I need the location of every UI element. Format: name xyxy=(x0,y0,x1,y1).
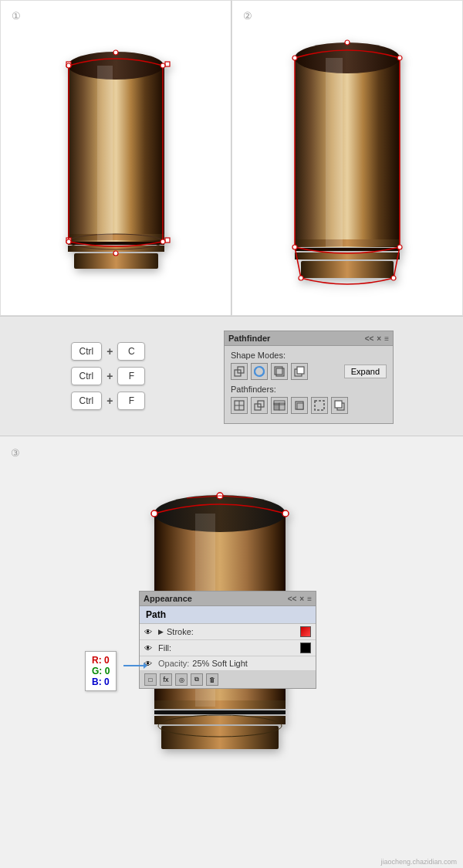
opacity-value[interactable]: 25% Soft Light xyxy=(192,659,248,668)
watermark: jiaocheng.chazidian.com xyxy=(380,858,457,866)
minus-front-icon[interactable] xyxy=(291,363,308,380)
cylinder-2-svg xyxy=(286,31,409,286)
key-row-1: Ctrl + C xyxy=(71,342,146,361)
pathfinders-label: Pathfinders: xyxy=(231,385,387,394)
unite-icon[interactable] xyxy=(231,363,248,380)
opacity-row: 👁 Opacity: 25% Soft Light xyxy=(140,656,316,671)
appearance-close-icon[interactable]: × xyxy=(299,595,304,603)
step-1-number: ① xyxy=(12,10,21,22)
svg-point-37 xyxy=(391,276,396,280)
outline-icon[interactable] xyxy=(311,397,328,414)
appearance-panel: Appearance << × ≡ Path 👁 ▶ Stroke: xyxy=(139,591,316,689)
appearance-collapse-icon[interactable]: << xyxy=(288,595,297,603)
shape-modes-label: Shape Modes: xyxy=(231,351,387,360)
fill-visibility-icon[interactable]: 👁 xyxy=(144,644,155,652)
svg-point-16 xyxy=(161,63,165,68)
svg-rect-25 xyxy=(301,261,394,278)
svg-rect-65 xyxy=(161,726,279,749)
svg-rect-7 xyxy=(97,66,113,242)
key-f-1: F xyxy=(117,367,145,385)
duplicate-button[interactable]: ⧉ xyxy=(191,673,203,686)
svg-line-29 xyxy=(295,247,301,278)
rgb-arrow xyxy=(123,665,147,666)
svg-rect-11 xyxy=(165,238,170,242)
svg-rect-53 xyxy=(279,403,285,410)
shape-modes-row: Expand xyxy=(231,363,387,380)
merge-icon[interactable] xyxy=(271,397,288,414)
expand-button[interactable]: Expand xyxy=(344,364,387,378)
svg-rect-46 xyxy=(297,367,304,374)
top-section: ① xyxy=(0,0,463,317)
appearance-titlebar: Appearance << × ≡ xyxy=(140,592,316,606)
svg-line-30 xyxy=(394,247,400,278)
svg-rect-62 xyxy=(154,700,286,709)
trim-icon[interactable] xyxy=(251,397,268,414)
pathfinder-menu-icon[interactable]: ≡ xyxy=(384,334,389,343)
plus-2: + xyxy=(106,370,113,382)
titlebar-controls: << × ≡ xyxy=(365,334,389,343)
pathfinder-title: Pathfinder xyxy=(228,334,270,343)
appearance-menu-icon[interactable]: ≡ xyxy=(307,595,312,603)
step-2-number: ② xyxy=(243,10,252,22)
divide-icon[interactable] xyxy=(231,397,248,414)
appearance-toolbar: □ fx ◎ ⧉ 🗑 xyxy=(140,671,316,688)
key-ctrl-2: Ctrl xyxy=(71,367,103,385)
appearance-path-row: Path xyxy=(140,606,316,624)
svg-rect-9 xyxy=(165,62,170,66)
svg-rect-64 xyxy=(154,716,286,724)
stroke-row[interactable]: 👁 ▶ Stroke: xyxy=(140,624,316,640)
key-row-2: Ctrl + F xyxy=(71,367,146,385)
pathfinder-close-icon[interactable]: × xyxy=(377,334,381,343)
key-ctrl-3: Ctrl xyxy=(71,392,103,410)
svg-point-33 xyxy=(397,56,402,60)
svg-rect-59 xyxy=(335,401,342,408)
svg-point-34 xyxy=(292,245,297,249)
key-ctrl-1: Ctrl xyxy=(71,342,103,361)
svg-rect-56 xyxy=(297,403,303,409)
delete-button[interactable]: 🗑 xyxy=(206,673,218,686)
rgb-g-value: G: 0 xyxy=(92,666,110,676)
svg-point-35 xyxy=(397,245,402,249)
fill-row[interactable]: 👁 Fill: xyxy=(140,640,316,656)
appearance-titlebar-controls: << × ≡ xyxy=(288,595,312,603)
svg-rect-2 xyxy=(68,234,164,240)
svg-point-15 xyxy=(66,63,71,68)
stroke-visibility-icon[interactable]: 👁 xyxy=(144,628,155,636)
key-c: C xyxy=(117,342,145,361)
appearance-body: Path 👁 ▶ Stroke: 👁 Fill: 👁 xyxy=(140,606,316,688)
keyboard-area: Ctrl + C Ctrl + F Ctrl + F xyxy=(0,317,216,436)
new-art-button[interactable]: ◎ xyxy=(175,673,188,686)
svg-point-1 xyxy=(68,52,164,80)
exclude-icon[interactable] xyxy=(271,363,288,380)
svg-point-61 xyxy=(154,495,286,532)
appearance-title: Appearance xyxy=(144,594,192,603)
minus-back-icon[interactable] xyxy=(331,397,348,414)
pathfinder-body: Shape Modes: xyxy=(225,346,393,423)
plus-3: + xyxy=(106,395,113,407)
path-label: Path xyxy=(146,609,166,620)
svg-rect-63 xyxy=(154,710,286,714)
cylinder-1-container xyxy=(1,1,231,315)
svg-rect-26 xyxy=(326,58,343,247)
rgb-tooltip: R: 0 G: 0 B: 0 xyxy=(85,651,117,691)
opacity-label: Opacity: xyxy=(158,659,189,668)
intersect-icon[interactable] xyxy=(251,363,268,380)
fill-swatch[interactable] xyxy=(300,643,311,653)
add-new-stroke-button[interactable]: □ xyxy=(144,673,157,686)
bottom-content: R: 0 G: 0 B: 0 Appearance << × ≡ Path xyxy=(0,436,463,868)
fx-button[interactable]: fx xyxy=(160,673,172,686)
svg-point-17 xyxy=(66,239,71,244)
pathfinder-titlebar: Pathfinder << × ≡ xyxy=(225,331,393,346)
svg-point-69 xyxy=(151,510,157,517)
crop-icon[interactable] xyxy=(291,397,308,414)
stroke-expand-arrow[interactable]: ▶ xyxy=(158,628,164,636)
pathfinders-row xyxy=(231,397,387,414)
svg-point-36 xyxy=(299,276,303,280)
stroke-swatch[interactable] xyxy=(300,626,311,637)
svg-point-18 xyxy=(161,239,165,244)
panel-2: ② xyxy=(231,0,463,316)
rgb-r-value: R: 0 xyxy=(92,655,110,666)
pathfinder-panel: Pathfinder << × ≡ Shape Modes: xyxy=(224,331,394,424)
pathfinder-collapse[interactable]: << xyxy=(365,334,374,343)
svg-rect-20 xyxy=(295,58,400,247)
